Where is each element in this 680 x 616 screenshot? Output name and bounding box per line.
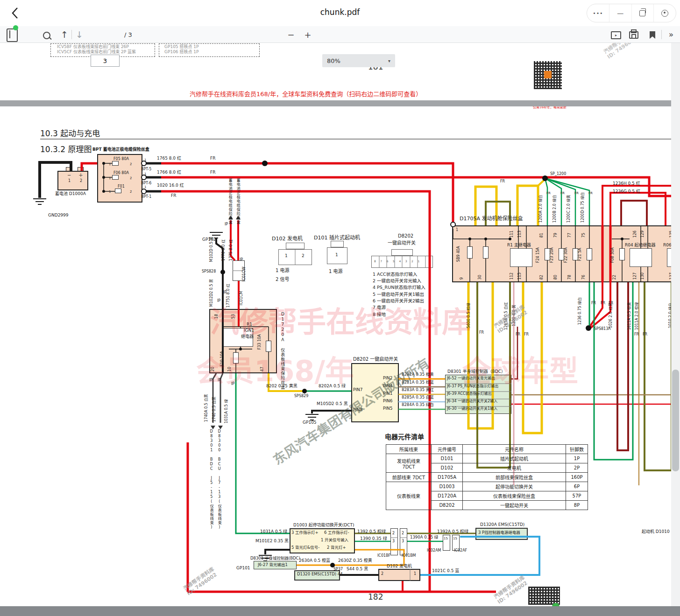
diagram-label: 1200D 0.75 绿白 (581, 192, 585, 223)
presentation-icon: ▸ (611, 31, 621, 39)
diagram-label: GP105 (303, 420, 317, 425)
title-bar: chunk.pdf ••• — (0, 0, 680, 26)
zoom-in-button[interactable]: + (302, 28, 314, 41)
diagram-label: 127 (633, 273, 637, 280)
diagram-label: 汽修帮手在线资料库会员168/年，全球车型资料免费查询（扫码右边二维码即可查看） (190, 91, 422, 98)
diagram-label: 1236H 0.5 红 (613, 181, 640, 186)
diagram-label: PIN8 (353, 407, 363, 412)
diagram-label: 3 工作指示灯+ (291, 531, 319, 535)
diagram-label: J6-27 背光输出1 (258, 563, 288, 567)
zoom-out-button[interactable]: − (285, 28, 297, 41)
diagram-label: 1200 4.0 黄 (512, 305, 516, 326)
page-down-button[interactable]: ↓ (74, 28, 85, 41)
diagram-label: IP (217, 299, 220, 303)
diagram-label: 1766 8.0 红 (157, 170, 181, 175)
arrow-up-icon: ↑ (61, 29, 68, 40)
diagram-label: 1740A 0.5 白黑 (204, 394, 208, 422)
diagram-label: 1776 8.0 红 (221, 239, 226, 261)
search-button[interactable] (41, 30, 52, 41)
sidebar-toggle[interactable] (7, 28, 19, 42)
diagram-label: 82 (539, 275, 544, 280)
diagram-label: 2 (130, 190, 132, 194)
table-column-header: 元件编号 (432, 445, 463, 454)
search-icon (43, 32, 50, 39)
minimize-button[interactable]: — (609, 4, 632, 22)
diagram-label: 17751 8.0 红 (226, 284, 230, 308)
scrollbar-track[interactable] (671, 43, 680, 606)
table-cell: 8P (566, 501, 588, 510)
diagram-label: 20 (211, 367, 215, 371)
diagram-label: 1026 2.0 红黑 (609, 303, 613, 328)
diagram-label: BPT-5 (141, 167, 151, 171)
table-cell: D1720A (432, 491, 463, 501)
restore-button[interactable] (632, 4, 654, 22)
diagram-label: 2 (302, 253, 305, 258)
diagram-label: FR (210, 170, 215, 175)
diagram-label: 1020 16.0 红 (157, 183, 184, 188)
diagram-label: D102 发电机 (272, 236, 303, 242)
minus-icon: − (287, 30, 294, 40)
diagram-label: 75 (581, 233, 586, 238)
diagram-label: F21 5A (578, 248, 582, 261)
diagram-label: 1011A 2.0 棕绿 (635, 302, 639, 330)
table-cell: 2P (566, 463, 588, 473)
diagram-label: F05 80A (113, 157, 129, 161)
diagram-label: R1 主继电器 (507, 243, 531, 247)
minimize-icon: — (617, 9, 623, 17)
diagram-label: 81 (539, 233, 544, 238)
presentation-button[interactable]: ▸ (610, 30, 622, 40)
diagram-label: 6 工作指示灯- (324, 531, 349, 535)
diagram-label: R04 起动继电器 (625, 243, 656, 247)
diagram-label: BPT-1 (141, 195, 151, 199)
print-button[interactable] (628, 30, 640, 40)
chevron-down-icon: ▾ (388, 58, 390, 63)
diagram-label: 126 (633, 231, 637, 238)
diagram-label: 1 (144, 172, 146, 176)
table-cell: 仪表板线束 (386, 482, 432, 510)
diagram-label: 3 (402, 539, 404, 543)
divider (71, 30, 72, 39)
diagram-label: 1 (109, 190, 111, 194)
diagram-label: 8 接地 (373, 312, 386, 317)
zoom-level-select[interactable]: 80% ▾ (322, 54, 395, 67)
table-cell: 发电机 (463, 463, 566, 473)
diagram-label: IC01BM (402, 553, 416, 558)
record-button[interactable] (654, 4, 676, 22)
plus-icon: + (304, 30, 311, 40)
diagram-label: IC01CM (239, 291, 243, 306)
diagram-label: D8202 一键启动开关 (353, 357, 398, 362)
table-column-header: 所属线束 (386, 445, 432, 454)
table-cell: 插片式起动机 (463, 454, 566, 463)
table-cell: D8202 (432, 501, 463, 510)
diagram-label: 5 背光灯&信号- (291, 546, 319, 550)
page-number-input[interactable] (91, 55, 120, 67)
scrollbar-thumb[interactable] (672, 370, 679, 471)
diagram-label: 1 (68, 179, 71, 183)
diagram-label: ＋ (78, 173, 83, 178)
table-cell: D101 (432, 454, 463, 463)
diagram-label: 1236 0.75 绿白 (578, 297, 582, 325)
page-up-button[interactable]: ↑ (59, 28, 70, 41)
component-table: 所属线束元件编号元件名称针脚数发动机线束 7DCTD101插片式起动机1PD10… (386, 444, 588, 510)
more-tools-button[interactable]: » (665, 28, 677, 41)
diagram-label: F10 10A (220, 351, 224, 367)
diagram-label: 1 (109, 176, 111, 180)
diagram-label: PIN7 (353, 387, 363, 392)
diagram-label: 2 信号 (276, 277, 290, 282)
diagram-label: M105D2 0.5 黑 (317, 401, 348, 406)
table-column-header: 元件名称 (463, 445, 566, 454)
diagram-label: 起动机 D1010 (642, 529, 670, 534)
diagram-label: SB9 40A (456, 246, 460, 262)
more-options-button[interactable]: ••• (587, 4, 609, 22)
diagram-label: 1 (335, 252, 338, 257)
diagram-label: 30 (478, 275, 482, 280)
diagram-label: 53 (231, 314, 235, 319)
diagram-label: 77 (567, 233, 572, 238)
diagram-label: F06 80A (113, 171, 129, 175)
diagram-label: D1320 EMS(C15TD) 44 (297, 572, 343, 577)
diagram-label: J6-30 一键启动开关开关1输入 (447, 406, 497, 411)
diagram-label: 1390 0.35 绿 (360, 536, 387, 541)
table-cell: 起停功能切换开关 (463, 482, 566, 491)
bookmark-button[interactable] (646, 30, 659, 40)
diagram-label: SP_1200 (550, 172, 566, 176)
